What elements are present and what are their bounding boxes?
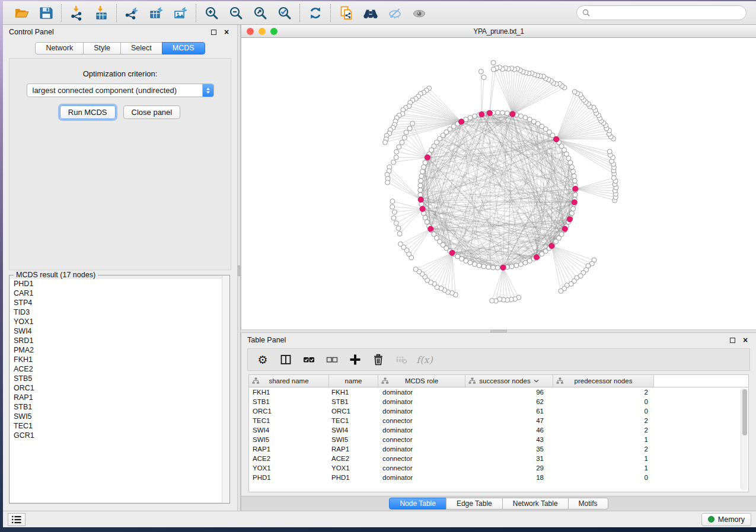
result-list-item[interactable]: SRD1 <box>10 336 229 345</box>
cell-predecessor-nodes[interactable]: 0 <box>553 398 654 405</box>
cell-name[interactable]: YOX1 <box>329 464 378 472</box>
result-list-item[interactable]: PHD1 <box>10 279 229 289</box>
result-list-item[interactable]: TID3 <box>10 307 229 317</box>
show-columns-icon[interactable] <box>279 353 292 366</box>
show-all-eye-icon[interactable] <box>411 5 427 21</box>
result-list-item[interactable]: SWI4 <box>10 326 229 336</box>
zoom-fit-icon[interactable] <box>252 5 268 21</box>
cell-mcds-role[interactable]: connector <box>378 464 465 472</box>
cell-shared-name[interactable]: RAP1 <box>249 446 329 453</box>
search-input[interactable] <box>594 9 741 17</box>
cell-name[interactable]: TEC1 <box>329 417 378 424</box>
cell-successor-nodes[interactable]: 31 <box>465 455 553 462</box>
cell-predecessor-nodes[interactable]: 2 <box>553 446 654 453</box>
table-row-orc1[interactable]: ORC1ORC1dominator610 <box>249 406 740 416</box>
tab-node-table[interactable]: Node Table <box>389 498 446 509</box>
cell-name[interactable]: FKH1 <box>329 389 378 396</box>
column-header-shared-name[interactable]: shared name <box>249 375 329 387</box>
cell-predecessor-nodes[interactable]: 1 <box>553 455 654 462</box>
close-table-panel-button[interactable]: × <box>741 335 750 345</box>
splitter-grip[interactable] <box>238 265 240 276</box>
cell-predecessor-nodes[interactable]: 1 <box>553 436 654 443</box>
cell-successor-nodes[interactable]: 29 <box>465 464 553 472</box>
cell-mcds-role[interactable]: dominator <box>378 408 465 415</box>
cell-mcds-role[interactable]: dominator <box>378 389 465 396</box>
delete-rows-trash-icon[interactable] <box>372 353 385 366</box>
result-list-item[interactable]: FKH1 <box>10 355 229 364</box>
export-network-icon[interactable] <box>124 5 140 21</box>
result-list-item[interactable]: CAR1 <box>10 289 229 298</box>
column-header-name[interactable]: name <box>329 375 378 387</box>
cell-name[interactable]: SWI5 <box>329 436 378 443</box>
cell-mcds-role[interactable]: dominator <box>378 427 465 434</box>
result-list-item[interactable]: STB1 <box>10 402 229 412</box>
column-header-predecessor-nodes[interactable]: predecessor nodes <box>553 375 654 387</box>
search-field[interactable] <box>576 5 747 20</box>
cell-successor-nodes[interactable]: 43 <box>465 436 553 443</box>
open-file-icon[interactable] <box>14 5 30 21</box>
cell-mcds-role[interactable]: connector <box>378 417 465 424</box>
table-row-phd1[interactable]: PHD1PHD1dominator180 <box>249 473 740 482</box>
panel-splitter-horizontal[interactable] <box>241 329 756 333</box>
cell-shared-name[interactable]: SWI4 <box>249 427 329 434</box>
result-list-item[interactable]: STP4 <box>10 298 229 307</box>
cell-shared-name[interactable]: ACE2 <box>249 455 329 462</box>
export-table-icon[interactable] <box>148 5 164 21</box>
cell-successor-nodes[interactable]: 18 <box>465 474 553 481</box>
result-list-item[interactable]: PMA2 <box>10 345 229 355</box>
zoom-out-icon[interactable] <box>228 5 244 21</box>
cell-mcds-role[interactable]: connector <box>378 455 465 462</box>
memory-button[interactable]: Memory <box>701 513 751 526</box>
cell-predecessor-nodes[interactable]: 2 <box>553 417 654 424</box>
result-list-item[interactable]: RAP1 <box>10 393 229 402</box>
cell-successor-nodes[interactable]: 35 <box>465 446 553 453</box>
cell-shared-name[interactable]: ORC1 <box>249 408 329 415</box>
cell-predecessor-nodes[interactable]: 2 <box>553 389 654 396</box>
task-history-button[interactable] <box>8 513 25 526</box>
cell-successor-nodes[interactable]: 62 <box>465 398 553 405</box>
result-list-item[interactable]: GCR1 <box>10 431 229 440</box>
optimization-criterion-select[interactable]: largest connected component (undirected) <box>27 84 214 97</box>
float-panel-button[interactable] <box>209 27 218 37</box>
cell-successor-nodes[interactable]: 46 <box>465 427 553 434</box>
close-mcds-panel-button[interactable]: Close panel <box>123 105 181 119</box>
cell-predecessor-nodes[interactable]: 1 <box>553 464 654 472</box>
network-canvas[interactable] <box>241 38 756 329</box>
cell-shared-name[interactable]: STB1 <box>249 398 329 405</box>
table-row-swi4[interactable]: SWI4SWI4dominator462 <box>249 425 740 435</box>
tab-mcds[interactable]: MCDS <box>162 42 205 55</box>
cell-name[interactable]: SWI4 <box>329 427 378 434</box>
mcds-list-scrollbar[interactable] <box>222 275 229 503</box>
cell-shared-name[interactable]: PHD1 <box>249 474 329 481</box>
table-row-stb1[interactable]: STB1STB1dominator620 <box>249 397 740 406</box>
tab-network-table[interactable]: Network Table <box>502 498 569 509</box>
refresh-view-icon[interactable] <box>307 5 323 21</box>
column-settings-gear-icon[interactable]: ⚙ <box>256 353 269 366</box>
cell-predecessor-nodes[interactable]: 0 <box>553 474 654 481</box>
cell-successor-nodes[interactable]: 96 <box>465 389 553 396</box>
tab-motifs[interactable]: Motifs <box>568 498 608 509</box>
cell-shared-name[interactable]: SWI5 <box>249 436 329 443</box>
column-header-mcds-role[interactable]: MCDS role <box>378 375 465 387</box>
cell-name[interactable]: ACE2 <box>329 455 378 462</box>
zoom-selected-icon[interactable] <box>276 5 292 21</box>
splitter-grip[interactable] <box>490 330 507 332</box>
float-table-panel-button[interactable] <box>728 335 737 345</box>
import-table-icon[interactable] <box>93 5 109 21</box>
cell-successor-nodes[interactable]: 61 <box>465 408 553 415</box>
result-list-item[interactable]: TEC1 <box>10 421 229 431</box>
tab-edge-table[interactable]: Edge Table <box>446 498 503 509</box>
tab-network[interactable]: Network <box>35 42 84 55</box>
result-list-item[interactable]: SWI5 <box>10 412 229 421</box>
table-scrollbar-thumb[interactable] <box>742 389 747 435</box>
result-list-item[interactable]: YOX1 <box>10 317 229 326</box>
result-list-item[interactable]: ACE2 <box>10 364 229 374</box>
mcds-result-list[interactable]: PHD1CAR1STP4TID3YOX1SWI4SRD1PMA2FKH1ACE2… <box>10 279 229 502</box>
cell-predecessor-nodes[interactable]: 0 <box>553 408 654 415</box>
clone-network-icon[interactable] <box>338 5 354 21</box>
save-session-icon[interactable] <box>38 5 54 21</box>
table-row-ace2[interactable]: ACE2ACE2connector311 <box>249 454 740 463</box>
result-list-item[interactable]: STB5 <box>10 374 229 383</box>
cell-shared-name[interactable]: FKH1 <box>249 389 329 396</box>
deselect-all-icon[interactable] <box>326 353 339 366</box>
